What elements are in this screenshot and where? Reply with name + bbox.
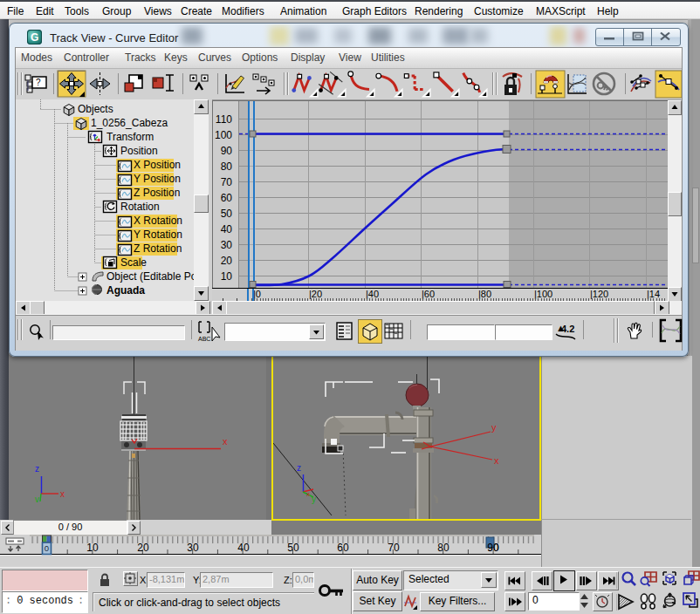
- svg-text:50: 50: [221, 208, 233, 220]
- svg-text:30: 30: [221, 239, 233, 251]
- svg-text:80: 80: [221, 160, 233, 173]
- svg-text:110: 110: [216, 113, 232, 126]
- svg-text:70: 70: [388, 542, 400, 554]
- svg-text:60: 60: [221, 192, 233, 204]
- svg-text:10: 10: [221, 270, 233, 283]
- svg-text:100: 100: [215, 129, 232, 141]
- svg-text:40: 40: [221, 223, 233, 235]
- svg-text:0: 0: [45, 543, 49, 553]
- svg-text:90: 90: [487, 542, 499, 554]
- svg-text:30: 30: [187, 542, 199, 554]
- svg-text:70: 70: [221, 176, 233, 188]
- svg-text:90: 90: [221, 145, 233, 157]
- svg-text:20: 20: [221, 255, 233, 267]
- svg-text:ABC: ABC: [198, 336, 210, 342]
- svg-text:x: x: [306, 490, 310, 498]
- svg-text:v: v: [35, 495, 39, 504]
- svg-text:z: z: [297, 463, 301, 473]
- svg-text:80: 80: [437, 542, 450, 554]
- svg-text:?: ?: [36, 78, 41, 87]
- svg-text:z: z: [35, 464, 39, 474]
- svg-text:50: 50: [287, 542, 299, 554]
- svg-text:40: 40: [237, 542, 250, 554]
- svg-text:4.2: 4.2: [561, 324, 574, 334]
- svg-text:x: x: [223, 436, 228, 447]
- svg-text:y: y: [491, 422, 497, 433]
- svg-text:20: 20: [137, 542, 149, 554]
- svg-text:60: 60: [337, 542, 349, 554]
- svg-text:x: x: [494, 455, 499, 466]
- svg-text:10: 10: [86, 542, 99, 554]
- svg-text:x: x: [60, 489, 65, 499]
- svg-text:y: y: [312, 495, 316, 504]
